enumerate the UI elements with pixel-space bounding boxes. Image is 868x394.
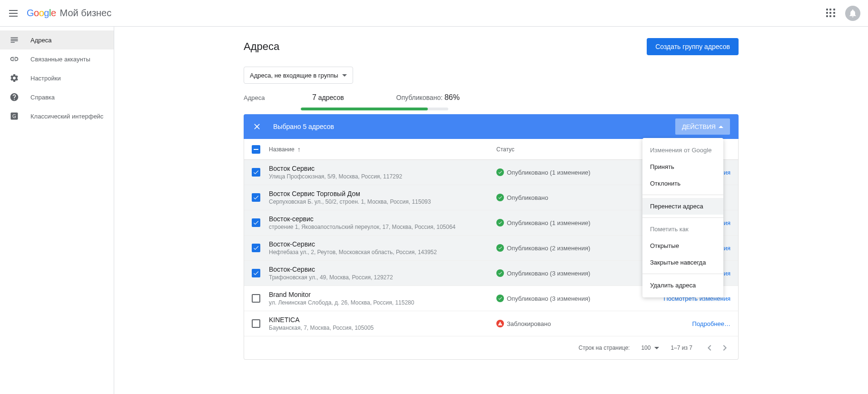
row-checkbox[interactable] <box>252 168 260 177</box>
location-name: KINETICA <box>269 316 488 324</box>
menu-burger-icon[interactable] <box>8 8 19 19</box>
row-action-cell: Подробнее… <box>619 320 730 327</box>
selection-toolbar: Выбрано 5 адресов ДЕЙСТВИЯ <box>244 114 739 139</box>
row-checkbox[interactable] <box>252 218 260 227</box>
row-name-cell[interactable]: Восток СервисУлица Профсоюзная, 5/9, Мос… <box>269 165 488 180</box>
page-size-selector[interactable]: 100 <box>641 345 659 351</box>
sidebar-item-classic[interactable]: G Классический интерфейс <box>0 107 114 126</box>
location-address: Серпуховская Б. ул., 50/2, строен. 1, Мо… <box>269 198 488 205</box>
account-avatar[interactable] <box>845 6 860 21</box>
location-name: Восток-Сервис <box>269 240 488 248</box>
publish-progress-bar <box>301 108 448 110</box>
location-name: Восток Сервис <box>269 165 488 172</box>
menu-item-delete[interactable]: Удалить адреса <box>642 277 723 294</box>
menu-section-header: Изменения от Google <box>642 142 723 158</box>
row-name-cell[interactable]: Восток-СервисНефтебаза ул., 2, Реутов, М… <box>269 240 488 256</box>
status-ok-icon <box>496 269 504 277</box>
location-address: строение 1, Яковоапостольский переулок, … <box>269 224 488 230</box>
actions-menu: Изменения от Google Принять Отклонить Пе… <box>642 138 723 297</box>
status-ok-icon <box>496 219 504 227</box>
sidebar-item-settings[interactable]: Настройки <box>0 69 114 88</box>
sort-asc-icon: ↑ <box>297 146 301 153</box>
status-ok-icon <box>496 244 504 252</box>
next-page-button[interactable] <box>719 342 730 354</box>
menu-section-header: Пометить как <box>642 221 723 237</box>
row-status-cell: Опубликовано (1 изменение) <box>496 168 611 176</box>
sidebar-item-label: Адреса <box>30 37 51 44</box>
status-text: Опубликовано <box>507 194 548 201</box>
menu-item-reject[interactable]: Отклонить <box>642 175 723 192</box>
link-icon <box>10 54 19 64</box>
chevron-down-icon <box>654 347 659 349</box>
learn-more-link[interactable]: Подробнее… <box>692 320 730 327</box>
help-icon <box>10 92 19 102</box>
location-address: Улица Профсоюзная, 5/9, Москва, Россия, … <box>269 173 488 180</box>
gear-icon <box>10 73 19 83</box>
actions-menu-button[interactable]: ДЕЙСТВИЯ <box>675 118 730 135</box>
location-name: Восток-Сервис <box>269 266 488 273</box>
row-name-cell[interactable]: Восток Сервис Торговый ДомСерпуховская Б… <box>269 190 488 205</box>
apps-grid-icon[interactable] <box>826 9 836 18</box>
menu-divider <box>642 217 723 218</box>
status-ok-icon <box>496 168 504 176</box>
classic-icon: G <box>10 111 19 121</box>
status-text: Опубликовано (2 изменения) <box>507 245 590 252</box>
status-text: Заблокировано <box>507 320 551 327</box>
sidebar-item-linked-accounts[interactable]: Связанные аккаунты <box>0 49 114 69</box>
sidebar-item-label: Классический интерфейс <box>30 113 103 120</box>
row-status-cell: Опубликовано (2 изменения) <box>496 244 611 252</box>
row-name-cell[interactable]: Восток-СервисТрифоновская ул., 49, Москв… <box>269 266 488 281</box>
row-checkbox[interactable] <box>252 193 260 202</box>
location-name: Восток Сервис Торговый Дом <box>269 190 488 197</box>
sidebar-item-label: Справка <box>30 94 55 101</box>
app-header: Google Мой бизнес <box>0 0 868 27</box>
filter-label: Адреса, не входящие в группы <box>250 72 338 79</box>
column-header-name[interactable]: Название ↑ <box>269 146 488 153</box>
locations-icon <box>10 35 19 45</box>
table-footer: Строк на странице: 100 1–7 из 7 <box>244 336 738 359</box>
google-logo: Google <box>27 8 56 19</box>
row-status-cell: Опубликовано (3 изменения) <box>496 269 611 277</box>
sidebar-item-locations[interactable]: Адреса <box>0 30 114 49</box>
locations-count: 7 адресов <box>312 93 344 102</box>
selection-count-text: Выбрано 5 адресов <box>273 123 334 130</box>
row-name-cell[interactable]: Brand Monitorул. Ленинская Слобода, д. 2… <box>269 291 488 306</box>
status-blocked-icon <box>496 320 504 327</box>
logo[interactable]: Google Мой бизнес <box>27 8 111 19</box>
sidebar: Адреса Связанные аккаунты Настройки Спра… <box>0 27 114 394</box>
menu-item-open[interactable]: Открытые <box>642 237 723 254</box>
menu-item-accept[interactable]: Принять <box>642 158 723 175</box>
published-stats: Опубликовано: 86% <box>396 93 460 102</box>
location-name: Brand Monitor <box>269 291 488 298</box>
status-text: Опубликовано (3 изменения) <box>507 270 590 277</box>
pagination-range: 1–7 из 7 <box>671 345 692 351</box>
row-name-cell[interactable]: KINETICAБауманская, 7, Москва, Россия, 1… <box>269 316 488 331</box>
select-all-checkbox[interactable] <box>252 145 260 154</box>
row-name-cell[interactable]: Восток-сервисстроение 1, Яковоапостольск… <box>269 215 488 230</box>
menu-divider <box>642 195 723 195</box>
row-checkbox[interactable] <box>252 244 260 252</box>
menu-item-closed[interactable]: Закрытые навсегда <box>642 254 723 271</box>
location-address: Бауманская, 7, Москва, Россия, 105005 <box>269 325 488 331</box>
menu-item-transfer[interactable]: Перенести адреса <box>642 198 723 215</box>
row-checkbox[interactable] <box>252 319 260 328</box>
sidebar-item-help[interactable]: Справка <box>0 88 114 107</box>
row-status-cell: Опубликовано (3 изменения) <box>496 295 611 302</box>
row-checkbox[interactable] <box>252 269 260 277</box>
status-ok-icon <box>496 295 504 302</box>
location-address: Нефтебаза ул., 2, Реутов, Московская обл… <box>269 249 488 256</box>
close-selection-icon[interactable] <box>252 122 262 131</box>
row-checkbox[interactable] <box>252 294 260 303</box>
group-filter-dropdown[interactable]: Адреса, не входящие в группы <box>244 67 353 84</box>
column-header-status[interactable]: Статус <box>496 146 611 153</box>
product-name: Мой бизнес <box>60 8 112 19</box>
prev-page-button[interactable] <box>704 342 715 354</box>
rows-per-page-label: Строк на странице: <box>579 345 630 351</box>
sidebar-item-label: Настройки <box>30 75 61 82</box>
create-group-button[interactable]: Создать группу адресов <box>647 38 739 55</box>
status-text: Опубликовано (1 изменение) <box>507 219 591 227</box>
status-ok-icon <box>496 194 504 201</box>
page-title: Адреса <box>244 40 279 53</box>
location-address: Трифоновская ул., 49, Москва, Россия, 12… <box>269 274 488 281</box>
stats-section-label: Адреса <box>244 94 301 101</box>
